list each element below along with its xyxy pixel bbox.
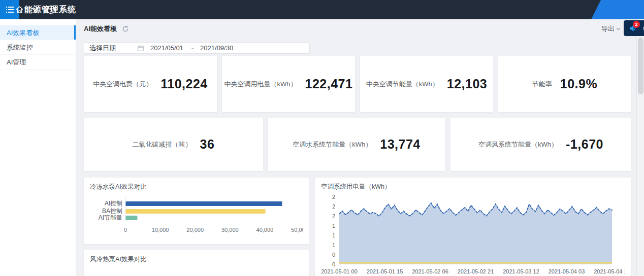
kpi-label: 空调风系统节能量（kWh） (478, 140, 558, 149)
sidebar-item-label: 系统监控 (7, 44, 33, 51)
sidebar-item-ai-management[interactable]: AI管理 (0, 55, 76, 70)
kpi-card-saving-rate: 节能率 10.9% (498, 56, 631, 112)
home-icon[interactable] (13, 0, 25, 19)
kpi-value: 122,471 (305, 77, 353, 91)
pump-comparison-bar-chart: AI控制BA控制AI节能量010,00020,00030,00040,00050… (90, 195, 303, 236)
fan-comparison-panel: 风冷热泵AI效果对比 (84, 250, 309, 276)
page-title: AI能效看板 (84, 24, 117, 33)
speaker-icon: 2 (628, 24, 637, 33)
date-range-end[interactable]: 2021/09/30 (200, 44, 233, 52)
sidebar-item-system-monitor[interactable]: 系统监控 (0, 40, 76, 55)
svg-text:1: 1 (332, 223, 335, 229)
panel-title: 风冷热泵AI效果对比 (90, 255, 303, 264)
notification-badge: 2 (633, 21, 640, 28)
kpi-value: 110,224 (160, 77, 208, 91)
kpi-value: -1,670 (566, 137, 603, 152)
content-header: AI能效看板 导出 (76, 19, 644, 39)
svg-text:2: 2 (332, 213, 335, 219)
export-label: 导出 (601, 24, 615, 33)
svg-text:AI控制: AI控制 (105, 200, 122, 207)
kpi-label: 中央空调电费（元） (93, 80, 152, 89)
kpi-card-energy-saved: 中央空调节能量（kWh） 12,103 (360, 56, 493, 112)
panel-title: 冷冻水泵AI效果对比 (90, 183, 303, 191)
vertical-scrollbar-thumb[interactable] (638, 38, 643, 94)
sidebar-item-label: AI管理 (7, 58, 26, 66)
kpi-card-co2-reduction: 二氧化碳减排（吨） 36 (84, 118, 263, 171)
export-button[interactable]: 导出 (601, 24, 621, 33)
kpi-value: 36 (200, 137, 215, 152)
svg-text:50,000: 50,000 (291, 227, 303, 233)
sidebar: AI效果看板 系统监控 AI管理 (0, 19, 76, 276)
refresh-button[interactable] (122, 25, 129, 32)
svg-text:2021-05-04 03: 2021-05-04 03 (549, 268, 585, 274)
svg-text:30,000: 30,000 (221, 227, 239, 233)
svg-text:0: 0 (332, 261, 335, 267)
svg-text:2021-05-01 15: 2021-05-01 15 (367, 268, 403, 274)
svg-text:2: 2 (332, 194, 335, 200)
vertical-scrollbar-track[interactable] (636, 19, 644, 276)
kpi-value: 10.9% (560, 77, 597, 91)
energy-management-dashboard: 能源管理系统 AI效果看板 系统监控 AI管理 AI能效看板 导出 (0, 0, 644, 276)
svg-text:AI节能量: AI节能量 (99, 214, 122, 221)
kpi-label: 二氧化碳减排（吨） (133, 140, 192, 149)
kpi-card-power-consumption: 中央空调用电量（kWh） 122,471 (222, 56, 355, 112)
power-usage-panel: 空调系统用电量（kWh） 222111002021-05-01 002021-0… (315, 178, 631, 276)
clock-icon[interactable] (45, 0, 57, 19)
panel-title: 空调系统用电量（kWh） (321, 183, 625, 191)
svg-text:BA控制: BA控制 (102, 208, 122, 215)
svg-text:20,000: 20,000 (186, 227, 204, 233)
svg-text:1: 1 (332, 242, 335, 248)
kpi-label: 节能率 (532, 80, 552, 89)
date-range-start[interactable]: 2021/05/01 (150, 44, 183, 52)
svg-text:2021-05-04 18: 2021-05-04 18 (594, 268, 625, 274)
date-range-picker[interactable]: 选择日期 2021/05/01 ~ 2021/09/30 (84, 42, 310, 54)
hamburger-list-icon (6, 7, 14, 13)
date-range-separator: ~ (190, 45, 194, 52)
kpi-value: 12,103 (447, 77, 487, 91)
navbar-right-section (591, 0, 644, 19)
svg-text:1: 1 (332, 232, 335, 238)
sidebar-item-label: AI效果看板 (7, 29, 39, 37)
sidebar-item-ai-dashboard[interactable]: AI效果看板 (0, 25, 76, 40)
kpi-card-electricity-cost: 中央空调电费（元） 110,224 (84, 56, 217, 112)
pump-comparison-panel: 冷冻水泵AI效果对比 AI控制BA控制AI节能量010,00020,00030,… (84, 178, 309, 244)
top-navbar: 能源管理系统 (0, 0, 644, 19)
kpi-card-air-system-saving: 空调风系统节能量（kWh） -1,670 (450, 118, 631, 171)
kpi-value: 13,774 (380, 137, 420, 152)
notification-widget[interactable]: 2 (624, 20, 644, 36)
svg-text:2021-05-02 06: 2021-05-02 06 (412, 268, 448, 274)
chevron-down-icon[interactable] (29, 0, 41, 19)
kpi-label: 中央空调节能量（kWh） (366, 80, 439, 89)
svg-text:2021-05-03 12: 2021-05-03 12 (503, 268, 539, 274)
svg-text:2021-05-01 00: 2021-05-01 00 (321, 268, 358, 274)
svg-text:10,000: 10,000 (152, 227, 169, 233)
chevron-down-small-icon (616, 27, 621, 30)
svg-text:40,000: 40,000 (256, 227, 274, 233)
power-usage-area-chart: 222111002021-05-01 002021-05-01 152021-0… (321, 193, 625, 276)
filter-row: 选择日期 2021/05/01 ~ 2021/09/30 (84, 42, 310, 54)
kpi-label: 空调水系统节能量（kWh） (293, 140, 372, 149)
date-picker-label: 选择日期 (89, 44, 116, 53)
svg-text:2021-05-02 21: 2021-05-02 21 (458, 268, 494, 274)
calendar-icon (137, 45, 144, 52)
kpi-card-water-system-saving: 空调水系统节能量（kWh） 13,774 (268, 118, 445, 171)
svg-text:0: 0 (124, 227, 127, 233)
svg-text:0: 0 (332, 252, 335, 258)
svg-text:2: 2 (332, 203, 335, 210)
kpi-label: 中央空调用电量（kWh） (224, 80, 297, 89)
